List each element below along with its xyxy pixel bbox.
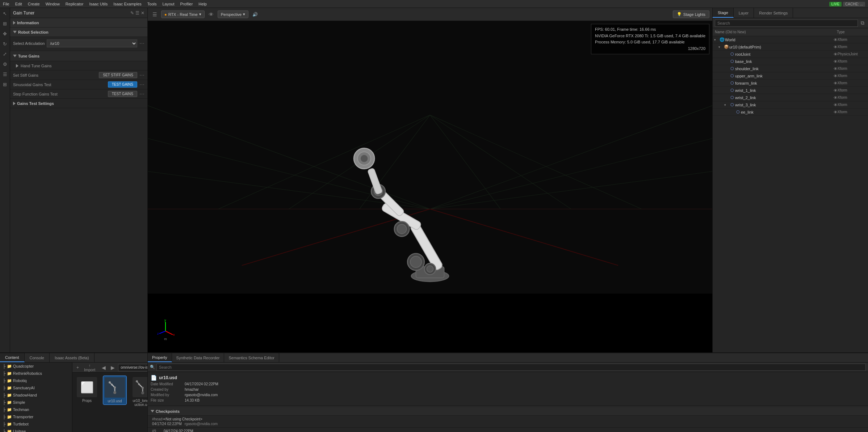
- ur10-label: ur10 (defaultPrim): [729, 45, 832, 49]
- bottom-tab-content[interactable]: Content: [0, 353, 25, 362]
- rtx-realtime-button[interactable]: ● RTX - Real Time ▾: [161, 10, 205, 18]
- set-stiff-gains-menu-icon[interactable]: ⋯: [139, 72, 144, 78]
- articulation-menu-icon[interactable]: ⋯: [139, 41, 144, 46]
- tree-row-ee-link[interactable]: ⬡ ee_link 👁 Xform: [713, 109, 868, 116]
- date-modified-key: Date Modified: [151, 382, 183, 386]
- set-stiff-gains-button[interactable]: SET STIFF GAINS: [99, 72, 137, 78]
- audio-icon-btn[interactable]: 🔊: [251, 11, 260, 18]
- gains-test-settings-header[interactable]: Gains Test Settings: [10, 99, 147, 108]
- cb-item-rethinkrobotics[interactable]: ├ 📁 RethinkRobotics: [0, 370, 72, 377]
- checkpoint-item-9[interactable]: #9 04/17/24 02:22PM rgasoto@nvidia.com: [148, 428, 868, 432]
- tree-row-ur10[interactable]: ▾ 📦 ur10 (defaultPrim) 👁 Xform: [713, 43, 868, 51]
- rootjoint-icon: ⬡: [729, 52, 735, 56]
- cb-item-sanctuaryai[interactable]: ├ 📁 SanctuaryAI: [0, 384, 72, 391]
- menu-create[interactable]: Create: [28, 2, 40, 6]
- cb-item-techman[interactable]: ├ 📁 Techman: [0, 406, 72, 413]
- menu-profiler[interactable]: Profiler: [180, 2, 193, 6]
- menu-window[interactable]: Window: [46, 2, 60, 6]
- cb-asset-ur10-long-suction[interactable]: ur10_long_suction.usd: [131, 376, 147, 408]
- cb-asset-props-folder[interactable]: ⬜ Props: [75, 376, 98, 404]
- stage-tab-render-settings[interactable]: Render Settings: [754, 8, 793, 18]
- menu-layout[interactable]: Layout: [162, 2, 174, 6]
- close-icon[interactable]: ✕: [141, 10, 144, 16]
- bottom-tab-isaac-assets[interactable]: Isaac Assets (Beta): [50, 353, 95, 362]
- checkpoints-header[interactable]: Checkpoints: [148, 407, 868, 416]
- rail-select-icon[interactable]: ⊞: [1, 20, 9, 27]
- menu-icon[interactable]: ☰: [135, 10, 139, 16]
- menu-tools[interactable]: Tools: [147, 2, 157, 6]
- rail-scale-icon[interactable]: ⤢: [1, 50, 9, 58]
- br-tab-property[interactable]: Property: [148, 353, 172, 362]
- cb-item-unitree[interactable]: ├ 📁 Unitree: [0, 428, 72, 432]
- cb-item-quadcopter[interactable]: ├ 📁 Quadcopter: [0, 363, 72, 370]
- upperarmlink-vis-icon[interactable]: 👁: [834, 74, 838, 78]
- robot-selection-section-header[interactable]: Robot Selection: [10, 27, 147, 37]
- wrist1link-vis-icon[interactable]: 👁: [834, 88, 838, 93]
- cb-asset-ur10-usd[interactable]: ur10.usd: [103, 376, 127, 405]
- rail-rotate-icon[interactable]: ↻: [1, 40, 9, 48]
- world-vis-icon[interactable]: 👁: [834, 38, 838, 42]
- ur10-vis-icon[interactable]: 👁: [834, 45, 838, 49]
- menu-isaac-utils[interactable]: Isaac Utils: [89, 2, 108, 6]
- tree-row-wrist3-link[interactable]: ▾ ⬡ wrist_3_link 👁 Xform: [713, 101, 868, 109]
- wrist2link-vis-icon[interactable]: 👁: [834, 96, 838, 100]
- forearmlink-vis-icon[interactable]: 👁: [834, 81, 838, 85]
- tree-row-upper-arm-link[interactable]: ⬡ upper_arm_link 👁 Xform: [713, 72, 868, 80]
- tune-gains-label: Tune Gains: [18, 54, 39, 58]
- unitree-label: Unitree: [13, 429, 26, 432]
- camera-settings-icon-btn[interactable]: 👁: [207, 10, 215, 18]
- cb-nav-back[interactable]: ◀: [100, 364, 108, 372]
- information-section-header[interactable]: Information: [10, 18, 147, 27]
- rail-move-icon[interactable]: ✥: [1, 30, 9, 38]
- cb-item-shadowhand[interactable]: ├ 📁 ShadowHand: [0, 391, 72, 399]
- cb-item-robotiq[interactable]: ├ 📁 Robotiq: [0, 377, 72, 384]
- br-tab-synthetic-data[interactable]: Synthetic Data Recorder: [172, 353, 225, 362]
- shoulderlink-vis-icon[interactable]: 👁: [834, 67, 838, 71]
- cb-item-transporter[interactable]: ├ 📁 Transporter: [0, 413, 72, 420]
- tune-gains-header[interactable]: Tune Gains: [10, 51, 147, 61]
- bottom-tab-console[interactable]: Console: [25, 353, 50, 362]
- articulation-select[interactable]: /ur10: [47, 39, 137, 47]
- br-search-input[interactable]: [156, 364, 866, 371]
- rootjoint-vis-icon[interactable]: 👁: [834, 52, 838, 56]
- menu-file[interactable]: File: [3, 2, 9, 6]
- tree-row-wrist2-link[interactable]: ⬡ wrist_2_link 👁 Xform: [713, 94, 868, 101]
- step-function-gains-menu-icon[interactable]: ⋯: [139, 91, 144, 97]
- tree-row-wrist1-link[interactable]: ⬡ wrist_1_link 👁 Xform: [713, 87, 868, 94]
- stage-tab-layer[interactable]: Layer: [734, 8, 754, 18]
- checkpoint-item-head[interactable]: #head> <Not using Checkpoint> 04/17/24 0…: [148, 416, 868, 428]
- menu-edit[interactable]: Edit: [15, 2, 22, 6]
- tree-row-world[interactable]: ▾ 🌐 World 👁 Xform: [713, 36, 868, 43]
- tree-row-rootjoint[interactable]: ⬡ rootJoint 👁 PhysicsJoint: [713, 51, 868, 58]
- stage-filter-icon[interactable]: ⧉: [859, 19, 866, 27]
- menu-replicator[interactable]: Replicator: [66, 2, 84, 6]
- step-function-test-gains-button[interactable]: TEST GAINS: [108, 91, 137, 97]
- stage-lights-button[interactable]: 💡 Stage Lights: [673, 10, 709, 18]
- sinusoidal-test-gains-button[interactable]: TEST GAINS: [108, 81, 137, 88]
- stage-tab-stage[interactable]: Stage: [713, 8, 734, 18]
- rail-cursor-icon[interactable]: ↖: [1, 9, 9, 17]
- edit-icon[interactable]: ✎: [130, 10, 134, 16]
- viewport-settings-icon-btn[interactable]: ☰: [151, 10, 159, 18]
- cb-add-button[interactable]: +: [75, 364, 81, 371]
- cb-path-input[interactable]: [118, 364, 147, 371]
- menu-isaac-examples[interactable]: Isaac Examples: [113, 2, 142, 6]
- tree-row-base-link[interactable]: ⬡ base_link 👁 Xform: [713, 58, 868, 65]
- menu-help[interactable]: Help: [198, 2, 207, 6]
- stage-search-input[interactable]: [715, 20, 858, 27]
- baselink-vis-icon[interactable]: 👁: [834, 59, 838, 64]
- cb-item-simple[interactable]: ├ 📁 Simple: [0, 399, 72, 406]
- cb-item-turtlebot[interactable]: ├ 📁 Turtlebot: [0, 420, 72, 428]
- sinusoidal-gains-menu-icon[interactable]: ⋯: [139, 82, 144, 88]
- rail-layers-icon[interactable]: ☰: [1, 70, 9, 78]
- tree-row-shoulder-link[interactable]: ⬡ shoulder_link 👁 Xform: [713, 65, 868, 72]
- rail-grid-icon[interactable]: ⊞: [1, 80, 9, 88]
- tree-row-forearm-link[interactable]: ⬡ forearm_link 👁 Xform: [713, 80, 868, 87]
- perspective-button[interactable]: Perspective ▾: [218, 10, 248, 18]
- rail-settings-icon[interactable]: ⚙: [1, 60, 9, 68]
- wrist3link-vis-icon[interactable]: 👁: [834, 103, 838, 107]
- br-tab-semantics[interactable]: Semantics Schema Editor: [224, 353, 279, 362]
- eelink-vis-icon[interactable]: 👁: [834, 110, 838, 114]
- cb-import-button[interactable]: ↑ Import: [82, 363, 97, 373]
- cb-nav-forward[interactable]: ▶: [109, 364, 117, 372]
